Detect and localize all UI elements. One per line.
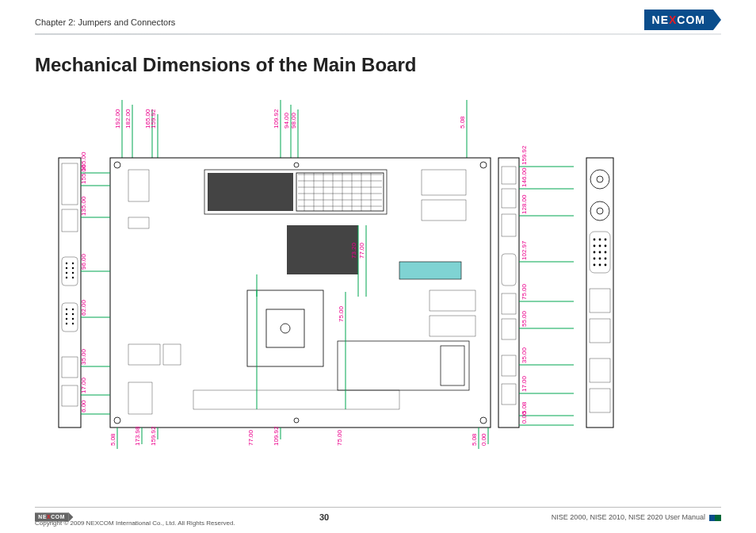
dimension-label: 77.00 <box>358 242 365 259</box>
dimension-label: 159.92 <box>521 145 528 165</box>
svg-point-78 <box>594 239 596 241</box>
dimension-label: 6.00 <box>80 400 87 412</box>
svg-point-15 <box>66 263 67 264</box>
dimension-label: 192.00 <box>114 109 121 128</box>
dimension-label: 0.00 <box>521 411 528 424</box>
manual-page: Chapter 2: Jumpers and Connectors NEXCOM… <box>0 0 756 533</box>
drawing-wrapper: 192.00182.00165.00159.92109.9294.0098.00… <box>35 82 721 455</box>
dimension-label: 128.00 <box>521 194 528 214</box>
dimension-label: 109.92 <box>273 109 280 128</box>
copyright-text: Copyright © 2009 NEXCOM International Co… <box>35 520 235 527</box>
brand-text-pre: NE <box>652 13 669 26</box>
sodimm-slot <box>204 170 387 214</box>
dimension-label: 35.00 <box>80 348 87 365</box>
svg-point-25 <box>66 318 67 320</box>
chapter-breadcrumb: Chapter 2: Jumpers and Connectors <box>35 17 175 27</box>
svg-point-82 <box>599 245 601 247</box>
svg-point-35 <box>480 417 487 424</box>
svg-rect-8 <box>59 158 81 428</box>
dimension-label: 5.08 <box>471 433 478 446</box>
svg-point-30 <box>72 323 74 324</box>
svg-point-26 <box>66 323 67 324</box>
brand-logo: NEXCOM <box>644 10 721 30</box>
dimension-label: 135.00 <box>80 196 87 216</box>
svg-rect-39 <box>208 173 293 211</box>
dimension-label: 159.92 <box>150 426 157 446</box>
dimension-label: 0.00 <box>480 433 487 446</box>
svg-rect-40 <box>296 173 384 211</box>
svg-point-24 <box>66 313 67 315</box>
svg-point-17 <box>66 272 67 274</box>
svg-point-70 <box>597 176 603 182</box>
dimension-label: 62.00 <box>80 299 87 316</box>
dimension-label: 17.00 <box>80 377 87 393</box>
footer-square-green-icon <box>715 515 721 521</box>
page-title: Mechanical Dimensions of the Main Board <box>35 54 721 76</box>
svg-point-28 <box>72 313 74 315</box>
svg-point-89 <box>605 258 607 260</box>
page-header: Chapter 2: Jumpers and Connectors NEXCOM <box>35 14 721 30</box>
svg-point-21 <box>72 272 74 274</box>
page-footer: NEXCOM Copyright © 2009 NEXCOM Internati… <box>35 507 721 525</box>
svg-point-83 <box>605 245 607 247</box>
dimension-label: 182.00 <box>124 109 132 128</box>
dimension-label: 155.00 <box>80 164 87 184</box>
svg-point-85 <box>599 251 601 254</box>
doc-title: NISE 2000, NISE 2010, NISE 2020 User Man… <box>552 513 721 521</box>
svg-point-72 <box>597 208 603 214</box>
svg-point-90 <box>594 264 596 266</box>
dimension-label: 75.00 <box>338 305 345 322</box>
header-rule <box>35 33 721 35</box>
dimension-label: 98.00 <box>290 112 297 128</box>
dimension-label: 75.00 <box>336 429 343 446</box>
svg-point-29 <box>72 318 74 320</box>
board-drawing: 192.00182.00165.00159.92109.9294.0098.00… <box>35 90 721 455</box>
dimension-label: 146.00 <box>521 167 528 187</box>
dimension-label: 35.00 <box>521 347 528 363</box>
svg-point-19 <box>72 263 74 264</box>
svg-point-36 <box>294 163 299 167</box>
dimension-label: 173.98 <box>134 426 141 446</box>
dimension-lines-top <box>122 100 467 160</box>
svg-point-20 <box>72 267 74 269</box>
dimension-label: 5.08 <box>109 433 116 446</box>
svg-point-91 <box>599 264 601 266</box>
svg-point-33 <box>480 162 487 168</box>
svg-point-88 <box>599 258 601 260</box>
svg-point-23 <box>66 309 67 310</box>
svg-point-34 <box>114 417 120 424</box>
svg-point-86 <box>605 251 607 254</box>
ide-connector <box>399 262 461 279</box>
svg-point-87 <box>594 258 596 260</box>
svg-point-43 <box>281 324 290 333</box>
svg-point-32 <box>114 162 120 168</box>
dimension-label: 109.92 <box>273 426 280 446</box>
dimension-label: 5.08 <box>459 116 466 128</box>
chipset-heatsink <box>287 225 358 274</box>
svg-point-80 <box>605 239 607 241</box>
svg-point-79 <box>599 239 601 241</box>
right-io-onboard <box>498 158 519 428</box>
cpu-socket <box>247 290 323 366</box>
dimension-label: 77.00 <box>247 429 254 446</box>
dimension-label: 75.00 <box>521 283 528 300</box>
svg-point-18 <box>66 277 67 278</box>
main-board <box>110 158 491 428</box>
right-io-panel <box>586 158 613 428</box>
svg-point-92 <box>605 264 607 266</box>
svg-point-84 <box>594 251 596 254</box>
svg-rect-68 <box>586 158 613 428</box>
svg-point-37 <box>294 418 299 423</box>
dimension-label: 94.00 <box>283 112 290 128</box>
dimension-label: 17.00 <box>521 375 528 392</box>
dimension-label: 159.92 <box>150 109 157 128</box>
left-io-panel <box>59 158 81 428</box>
page-number: 30 <box>319 512 329 522</box>
svg-point-81 <box>594 245 596 247</box>
brand-text-post: COM <box>677 13 705 26</box>
svg-rect-44 <box>441 346 464 385</box>
dimension-label: 73.20 <box>350 242 357 259</box>
dimension-label: 96.00 <box>80 253 87 270</box>
dimension-label: 102.97 <box>521 240 528 260</box>
brand-text-x: X <box>669 13 677 26</box>
